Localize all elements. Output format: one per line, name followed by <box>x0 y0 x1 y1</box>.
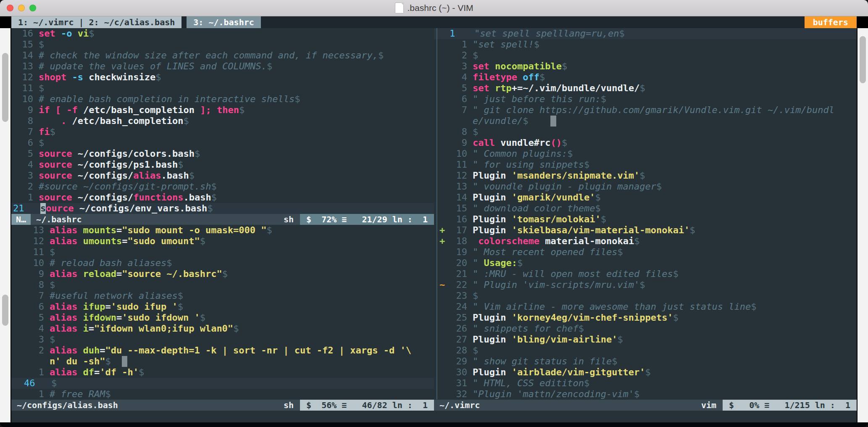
code-line[interactable]: │21" :MRU - will open most edited files$ <box>434 269 857 279</box>
code-token: filetype <box>473 72 517 83</box>
code-line[interactable]: 1alias df='df -h'$ <box>11 367 434 378</box>
document-icon <box>395 3 404 13</box>
left-scrollbar-thumb-bottom[interactable] <box>2 295 8 326</box>
code-line[interactable]: 13# update the values of LINES and COLUM… <box>11 61 434 72</box>
sign-column <box>439 159 448 170</box>
code-line[interactable]: 10# reload bash aliases$ <box>11 258 434 269</box>
code-line[interactable]: │3set nocompatible$ <box>434 61 857 72</box>
code-token: colorscheme <box>478 236 539 247</box>
code-line[interactable]: 8$ <box>11 279 434 290</box>
code-line[interactable]: 46$ <box>11 378 434 389</box>
command-line[interactable] <box>11 411 857 422</box>
code-line[interactable]: │20" Usage:$ <box>434 258 857 269</box>
bashrc-code-area[interactable]: 16set -o vi$15$14# check the window size… <box>11 28 434 214</box>
vimrc-code-area[interactable]: │1"set spell spelllang=ru,en$│1"set spel… <box>434 28 857 400</box>
code-line[interactable]: │24" Vim airline - more awesome than jus… <box>434 301 857 312</box>
code-line[interactable]: │4filetype off$ <box>434 72 857 83</box>
window-bottom-edge <box>0 422 868 427</box>
tab-vimrc-alias[interactable]: 1: ~/.vimrc | 2: ~/c/alias.bash <box>11 16 181 28</box>
code-line[interactable]: 5source ~/configs/colors.bash$ <box>11 148 434 159</box>
code-line[interactable]: │10" Common plugins:$ <box>434 148 857 159</box>
buffers-label[interactable]: buffers <box>805 16 857 28</box>
code-line[interactable]: │5set rtp+=~/.vim/bundle/vundle/$ <box>434 83 857 94</box>
code-line[interactable]: │9call vundle#rc()$ <box>434 137 857 148</box>
code-line[interactable]: 13alias mounts="sudo mount -o umask=000 … <box>11 225 434 236</box>
code-line[interactable]: 7#useful network aliases$ <box>11 290 434 301</box>
code-line[interactable]: │26" snippets for chef$ <box>434 323 857 334</box>
code-line[interactable]: │16Plugin 'tomasr/molokai'$ <box>434 214 857 225</box>
right-scrollbar-thumb[interactable] <box>860 36 866 83</box>
code-line[interactable]: 16set -o vi$ <box>11 28 434 39</box>
code-line[interactable]: │13" voundle plugin - plugin manager$ <box>434 181 857 192</box>
alias-code-area[interactable]: 13alias mounts="sudo mount -o umask=000 … <box>11 225 434 400</box>
left-scrollbar-thumb-top[interactable] <box>2 53 8 122</box>
code-line[interactable]: 14# check the window size after each com… <box>11 50 434 61</box>
code-line[interactable]: │~22" Plugin 'vim-scripts/mru.vim'$ <box>434 279 857 290</box>
code-line[interactable]: │27Plugin 'bling/vim-airline'$ <box>434 334 857 345</box>
line-number: 7 <box>11 127 33 137</box>
code-line[interactable]: │6" just before this run:$ <box>434 94 857 105</box>
code-token <box>528 116 550 127</box>
code-line[interactable]: │1"set spell!$ <box>434 39 857 50</box>
tab-bashrc[interactable]: 3: ~/.bashrc <box>187 16 261 28</box>
code-line[interactable]: │8$ <box>434 127 857 137</box>
code-line[interactable]: │19" Most recent opened files$ <box>434 247 857 258</box>
code-line[interactable]: 9if [ -f /etc/bash_completion ]; then$ <box>11 105 434 116</box>
code-line[interactable]: 3$ <box>11 334 434 345</box>
close-button[interactable] <box>7 5 13 11</box>
code-line[interactable]: 4source ~/configs/ps1.bash$ <box>11 159 434 170</box>
code-line[interactable]: │31" HTML, CSS edititon$ <box>434 378 857 389</box>
code-line[interactable]: │7" git clone https://github.com/gmarik/… <box>434 105 857 116</box>
right-scrollbar-track[interactable] <box>857 28 868 422</box>
minimize-button[interactable] <box>18 5 25 11</box>
code-line[interactable]: 6$ <box>11 137 434 148</box>
code-line[interactable]: 6alias ifup='sudo ifup '$ <box>11 301 434 312</box>
code-line[interactable]: │11" for using snippets$ <box>434 159 857 170</box>
code-line[interactable]: 5alias ifdown='sudo ifdown '$ <box>11 312 434 323</box>
code-line[interactable]: │25Plugin 'korney4eg/vim-chef-snippets'$ <box>434 312 857 323</box>
code-line[interactable]: 4alias i="ifdown wlan0;ifup wlan0"$ <box>11 323 434 334</box>
code-line[interactable]: 2alias duh="du --max-depth=1 -k | sort -… <box>11 345 434 356</box>
code-line[interactable]: │+17Plugin 'skielbasa/vim-material-monok… <box>434 225 857 236</box>
code-line[interactable]: │28$ <box>434 345 857 356</box>
code-line[interactable]: │e/vundle/$ <box>434 116 857 127</box>
tabline-left-corner <box>0 16 11 28</box>
code-line[interactable]: 1# free RAM$ <box>11 389 434 400</box>
code-line[interactable]: │2$ <box>434 50 857 61</box>
code-line[interactable]: 21source ~/configs/env_vars.bash$ <box>11 203 434 214</box>
left-scrollbar-track[interactable] <box>0 28 11 422</box>
code-line[interactable]: 9alias reload="source ~/.bashrc"$ <box>11 269 434 279</box>
code-token: "sudo mount -o umask=000 " <box>122 225 266 236</box>
code-line[interactable]: │12Plugin 'msanders/snipmate.vim'$ <box>434 170 857 181</box>
code-line[interactable]: 2#source ~/configs/git-prompt.sh$ <box>11 181 434 192</box>
code-line[interactable]: │29" show git status in file$ <box>434 356 857 367</box>
code-line[interactable]: 12shopt -s checkwinsize$ <box>11 72 434 83</box>
code-token: () <box>550 137 562 148</box>
code-line[interactable]: 3source ~/configs/alias.bash$ <box>11 170 434 181</box>
code-line[interactable]: │+18 colorscheme material-monokai$ <box>434 236 857 247</box>
code-line[interactable]: │23$ <box>434 290 857 301</box>
code-line[interactable]: │1"set spell spelllang=ru,en$ <box>434 28 857 39</box>
code-token: $ <box>617 334 623 345</box>
bashrc-statusline: N…~/.bashrcsh$ 72% ≡ 21/29 ln : 1 <box>11 214 434 225</box>
code-line[interactable]: 11$ <box>11 83 434 94</box>
line-number: 10 <box>448 148 467 159</box>
left-pane: 16set -o vi$15$14# check the window size… <box>11 28 434 411</box>
code-line[interactable]: 1source ~/configs/functions.bash$ <box>11 192 434 203</box>
code-line[interactable]: │15" download color theme$ <box>434 203 857 214</box>
statusline-filetype: vim <box>701 400 716 410</box>
code-line[interactable]: 7fi$ <box>11 127 434 137</box>
code-line[interactable]: │32"Plugin 'mattn/zencoding-vim'$ <box>434 389 857 400</box>
code-line[interactable]: │30Plugin 'airblade/vim-gitgutter'$ <box>434 367 857 378</box>
split-separator-icon: │ <box>434 148 439 159</box>
code-line[interactable]: 10# enable bash completion in interactiv… <box>11 94 434 105</box>
zoom-button[interactable] <box>29 5 36 11</box>
line-number: 1 <box>11 192 33 203</box>
code-line[interactable]: 12alias umounts="sudo umount"$ <box>11 236 434 247</box>
line-number: 18 <box>448 236 467 247</box>
code-line[interactable]: n' du -sh"$ <box>11 356 434 367</box>
code-line[interactable]: 8 . /etc/bash_completion$ <box>11 116 434 127</box>
code-line[interactable]: 11$ <box>11 247 434 258</box>
code-line[interactable]: │14Plugin 'gmarik/vundle'$ <box>434 192 857 203</box>
code-line[interactable]: 15$ <box>11 39 434 50</box>
